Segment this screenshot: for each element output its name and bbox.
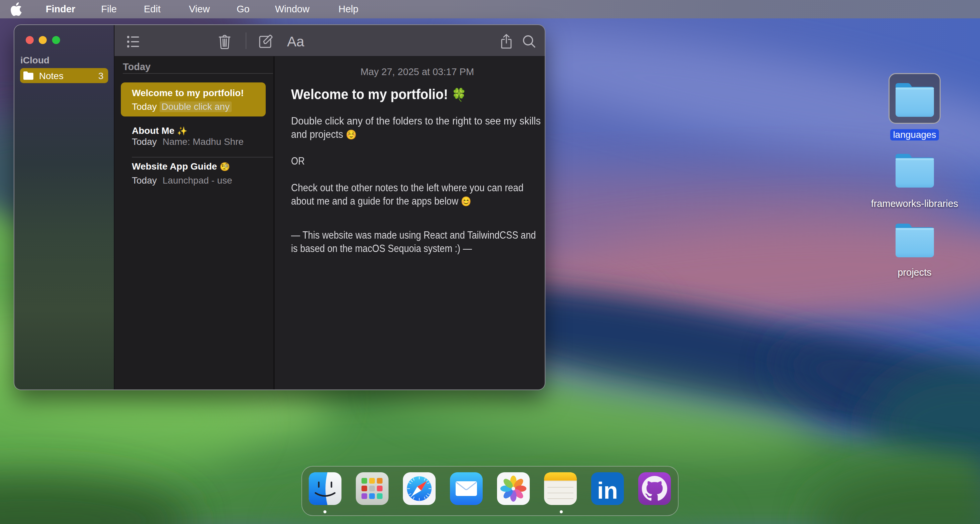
svg-text:in: in <box>597 478 618 503</box>
